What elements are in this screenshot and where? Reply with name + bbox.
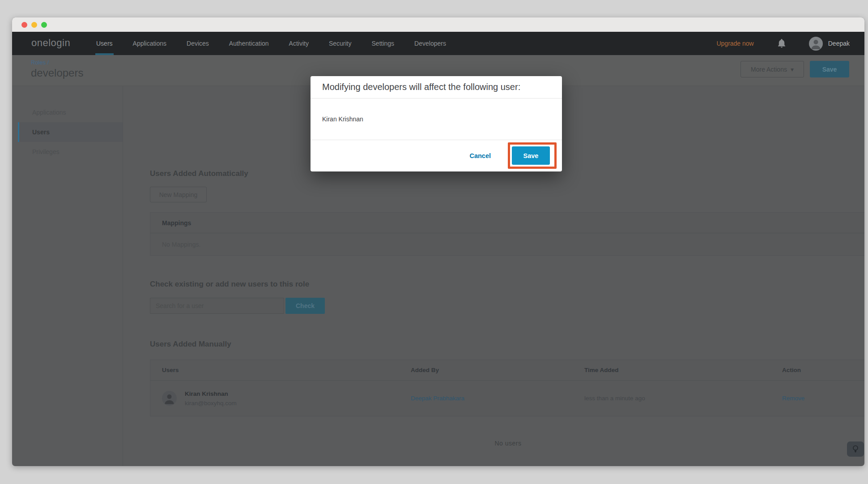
modal-footer: Cancel Save xyxy=(311,140,562,171)
onelogin-logo: onelogin xyxy=(31,37,70,49)
modal-affected-user: Kiran Krishnan xyxy=(311,99,562,140)
no-users-text: No users xyxy=(150,440,864,447)
more-actions-label: More Actions xyxy=(751,66,787,73)
section-heading-manual: Users Added Manually xyxy=(150,340,231,349)
more-actions-button[interactable]: More Actions ▾ xyxy=(740,61,804,77)
remove-link[interactable]: Remove xyxy=(782,395,804,402)
breadcrumb[interactable]: Roles / xyxy=(31,59,49,66)
time-added-value: less than a minute ago xyxy=(573,395,770,402)
nav-tab-users[interactable]: Users xyxy=(95,32,114,55)
mappings-empty-text: No Mappings. xyxy=(150,233,864,255)
column-header-action: Action xyxy=(770,367,864,373)
manual-users-table: Users Added By Time Added Action Kiran K… xyxy=(150,360,864,416)
sidebar-item-applications[interactable]: Applications xyxy=(18,103,123,122)
user-email: kiran@boxyhq.com xyxy=(185,400,237,407)
nav-tab-activity[interactable]: Activity xyxy=(288,32,310,55)
new-mapping-button[interactable]: New Mapping xyxy=(150,187,207,202)
modal-title: Modifying developers will affect the fol… xyxy=(311,76,562,99)
username-label: Deepak xyxy=(828,40,850,47)
search-user-input[interactable] xyxy=(150,298,284,314)
person-icon xyxy=(809,37,823,51)
modal-save-button[interactable]: Save xyxy=(512,146,550,165)
mappings-table: Mappings No Mappings. xyxy=(150,212,864,256)
header-save-button[interactable]: Save xyxy=(810,61,849,77)
nav-tab-applications[interactable]: Applications xyxy=(132,32,168,55)
nav-tab-security[interactable]: Security xyxy=(328,32,353,55)
column-header-users: Users xyxy=(150,367,399,373)
traffic-light-minimize[interactable] xyxy=(31,22,37,28)
sidebar-item-privileges[interactable]: Privileges xyxy=(18,142,123,162)
mappings-column-header: Mappings xyxy=(150,213,864,233)
traffic-light-zoom[interactable] xyxy=(41,22,47,28)
nav-tab-settings[interactable]: Settings xyxy=(371,32,396,55)
added-by-link[interactable]: Deepak Prabhakara xyxy=(411,395,464,402)
user-avatar[interactable] xyxy=(809,37,823,51)
nav-tab-developers[interactable]: Developers xyxy=(413,32,447,55)
bell-icon[interactable] xyxy=(778,39,786,48)
section-heading-auto: Users Added Automatically xyxy=(150,169,248,178)
user-name: Kiran Krishnan xyxy=(185,390,237,397)
cancel-button[interactable]: Cancel xyxy=(469,152,491,159)
sidebar-item-users[interactable]: Users xyxy=(18,122,123,142)
window-titlebar xyxy=(12,17,864,32)
feature-updates-widget[interactable] xyxy=(847,441,864,457)
check-button[interactable]: Check xyxy=(285,298,325,314)
nav-tab-devices[interactable]: Devices xyxy=(186,32,210,55)
table-row: Kiran Krishnan kiran@boxyhq.com Deepak P… xyxy=(150,381,864,416)
confirm-modal: Modifying developers will affect the fol… xyxy=(311,76,562,171)
role-sidebar: Applications Users Privileges xyxy=(12,86,123,466)
section-heading-check: Check existing or add new users to this … xyxy=(150,280,309,289)
page-title: developers xyxy=(31,67,83,79)
row-avatar xyxy=(162,391,177,406)
nav-tab-authentication[interactable]: Authentication xyxy=(228,32,270,55)
traffic-light-close[interactable] xyxy=(21,22,27,28)
top-navbar: onelogin Users Applications Devices Auth… xyxy=(12,32,864,55)
nav-tabs: Users Applications Devices Authenticatio… xyxy=(95,32,465,55)
manual-users-table-header: Users Added By Time Added Action xyxy=(150,360,864,381)
upgrade-now-link[interactable]: Upgrade now xyxy=(716,40,753,47)
lightbulb-icon xyxy=(852,445,859,454)
chevron-down-icon: ▾ xyxy=(791,66,794,73)
navbar-right-cluster: Upgrade now Deepak xyxy=(716,32,850,55)
person-icon xyxy=(162,391,177,406)
column-header-added-by: Added By xyxy=(399,367,573,373)
column-header-time-added: Time Added xyxy=(573,367,770,373)
